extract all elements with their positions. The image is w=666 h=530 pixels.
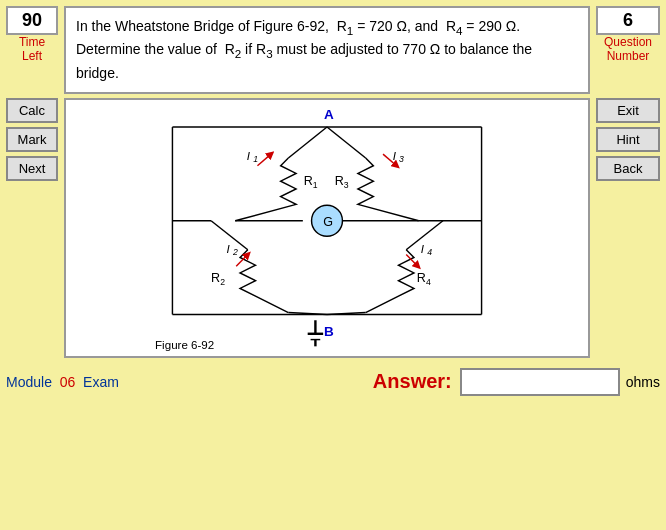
question-number-label: QuestionNumber bbox=[604, 35, 652, 64]
svg-text:B: B bbox=[324, 323, 334, 338]
next-button[interactable]: Next bbox=[6, 156, 58, 181]
timer-label: TimeLeft bbox=[19, 35, 45, 64]
calc-button[interactable]: Calc bbox=[6, 98, 58, 123]
timer-value: 90 bbox=[6, 6, 58, 35]
circuit-diagram: A B R1 I 1 bbox=[64, 98, 590, 358]
units-label: ohms bbox=[626, 374, 660, 390]
question-number-value: 6 bbox=[596, 6, 660, 35]
svg-text:Figure 6-92: Figure 6-92 bbox=[155, 339, 214, 351]
question-text: In the Wheatstone Bridge of Figure 6-92,… bbox=[64, 6, 590, 94]
answer-input[interactable] bbox=[460, 368, 620, 396]
mark-button[interactable]: Mark bbox=[6, 127, 58, 152]
back-button[interactable]: Back bbox=[596, 156, 660, 181]
svg-text:A: A bbox=[324, 107, 334, 122]
svg-text:G: G bbox=[323, 214, 333, 228]
hint-button[interactable]: Hint bbox=[596, 127, 660, 152]
module-label: Module 06 Exam bbox=[6, 374, 119, 390]
exit-button[interactable]: Exit bbox=[596, 98, 660, 123]
answer-label: Answer: bbox=[373, 370, 452, 393]
